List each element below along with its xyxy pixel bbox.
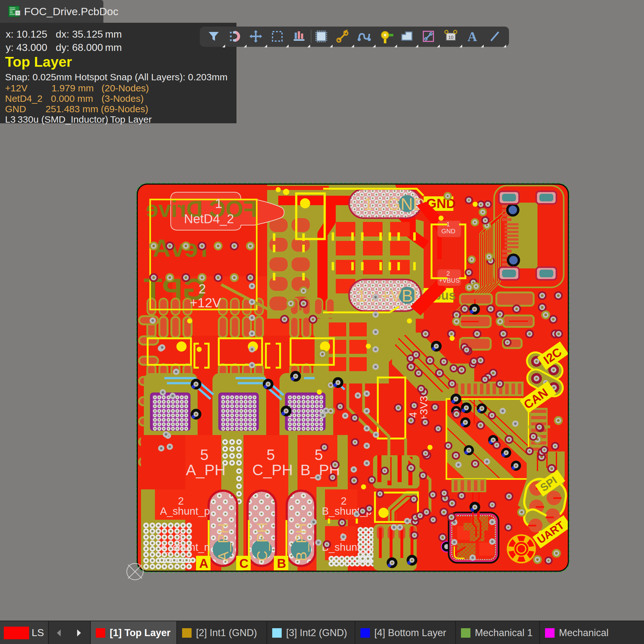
svg-text:5: 5 — [267, 446, 275, 463]
svg-text:+3V3: +3V3 — [418, 396, 430, 421]
svg-text:1 : GND: 1 : GND — [364, 194, 425, 213]
svg-text:+12V: +12V — [190, 295, 221, 310]
svg-text:A_shunt_n: A_shunt_n — [160, 541, 210, 553]
svg-text:1 :: 1 : — [290, 573, 306, 589]
svg-text:A: A — [468, 29, 477, 44]
svg-text:C: C — [239, 556, 248, 570]
svg-text:2: 2 — [199, 281, 206, 296]
svg-text:GND: GND — [441, 228, 455, 235]
svg-text:1 :: 1 : — [250, 573, 267, 589]
svg-text:NetD4_2: NetD4_2 — [184, 212, 234, 226]
svg-text:A: A — [199, 556, 208, 570]
svg-text:C_PH: C_PH — [254, 522, 270, 561]
svg-text:C_PH: C_PH — [252, 462, 293, 478]
svg-text:A_PH: A_PH — [186, 462, 225, 478]
svg-text:B: B — [277, 556, 286, 570]
svg-text:1 :: 1 : — [212, 573, 228, 589]
svg-text:10: 10 — [448, 34, 454, 40]
svg-text:A_PH: A_PH — [215, 523, 231, 561]
svg-text:B_PH: B_PH — [293, 523, 310, 561]
svg-text:A_shunt_p: A_shunt_p — [160, 505, 210, 517]
svg-text:1: 1 — [215, 196, 222, 211]
svg-text:2: 2 — [446, 270, 450, 277]
svg-text:5: 5 — [200, 446, 209, 463]
